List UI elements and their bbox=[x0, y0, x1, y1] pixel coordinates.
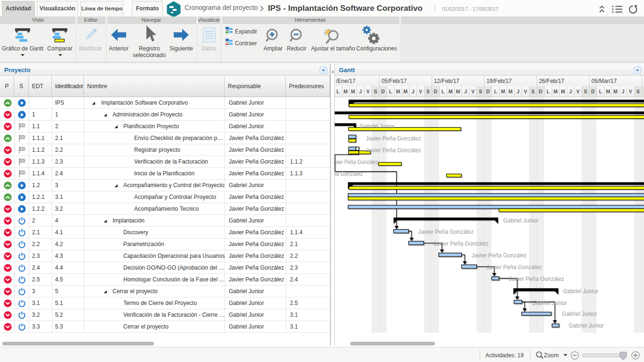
svg-text:Gabriel Junior: Gabriel Junior bbox=[563, 288, 598, 295]
svg-text:Javier Peña González: Javier Peña González bbox=[434, 240, 489, 247]
svg-text:Gabriel Junior: Gabriel Junior bbox=[531, 299, 567, 306]
svg-text:Javier Peña González: Javier Peña González bbox=[419, 229, 474, 235]
svg-text:Gabriel Junior: Gabriel Junior bbox=[569, 322, 604, 329]
svg-text:Javier Peña González: Javier Peña González bbox=[487, 264, 542, 271]
svg-text:Gabriel Junior: Gabriel Junior bbox=[360, 123, 395, 129]
svg-text:Javier Peña González: Javier Peña González bbox=[509, 276, 564, 282]
svg-text:vier Peña González: vier Peña González bbox=[335, 159, 378, 165]
svg-text:Javier Peña González: Javier Peña González bbox=[472, 252, 527, 259]
svg-text:Gabriel Junior: Gabriel Junior bbox=[503, 217, 539, 224]
svg-text:ña González: ña González bbox=[335, 171, 363, 177]
svg-text:Javier Peña González: Javier Peña González bbox=[366, 135, 421, 142]
svg-text:Gabriel Junior: Gabriel Junior bbox=[562, 311, 597, 317]
svg-text:Javier Peña González: Javier Peña González bbox=[366, 147, 421, 154]
